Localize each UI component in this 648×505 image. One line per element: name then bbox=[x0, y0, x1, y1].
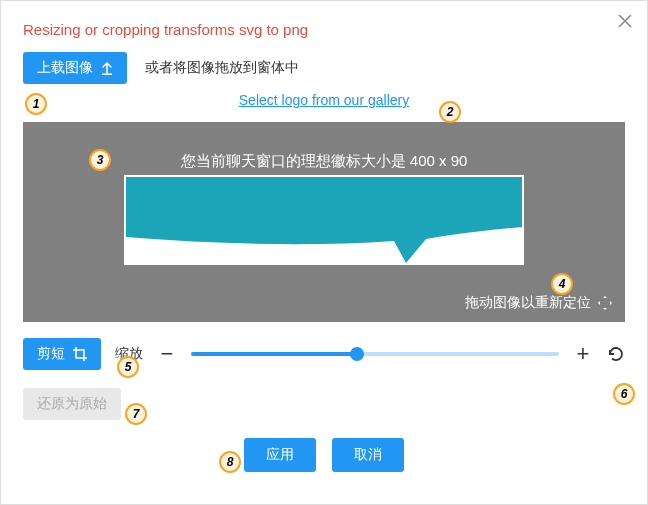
close-icon[interactable] bbox=[617, 11, 633, 34]
restore-original-button: 还原为原始 bbox=[23, 388, 121, 420]
zoom-in-button[interactable]: + bbox=[573, 341, 593, 367]
logo-crop-frame[interactable] bbox=[124, 175, 524, 265]
crop-button-label: 剪短 bbox=[37, 345, 65, 363]
ideal-size-text: 您当前聊天窗口的理想徽标大小是 400 x 90 bbox=[181, 152, 468, 171]
logo-preview-image bbox=[126, 177, 522, 263]
image-edit-dialog: Resizing or cropping transforms svg to p… bbox=[0, 0, 648, 505]
action-row: 应用 取消 bbox=[23, 438, 625, 472]
restore-row: 还原为原始 bbox=[23, 388, 625, 420]
upload-icon bbox=[101, 61, 113, 75]
crop-icon bbox=[73, 347, 87, 361]
crop-button[interactable]: 剪短 bbox=[23, 338, 101, 370]
upload-image-button[interactable]: 上载图像 bbox=[23, 52, 127, 84]
upload-button-label: 上载图像 bbox=[37, 59, 93, 77]
move-icon bbox=[597, 295, 613, 311]
zoom-slider-thumb[interactable] bbox=[350, 347, 364, 361]
controls-row: 剪短 缩放 − + bbox=[23, 338, 625, 370]
gallery-row: Select logo from our gallery bbox=[23, 92, 625, 108]
undo-icon[interactable] bbox=[607, 345, 625, 363]
gallery-link[interactable]: Select logo from our gallery bbox=[239, 92, 409, 108]
zoom-control: 缩放 − + bbox=[115, 341, 593, 367]
reposition-text: 拖动图像以重新定位 bbox=[465, 294, 591, 312]
drag-hint-text: 或者将图像拖放到窗体中 bbox=[145, 59, 299, 77]
reposition-hint: 拖动图像以重新定位 bbox=[465, 294, 613, 312]
zoom-out-button[interactable]: − bbox=[157, 341, 177, 367]
upload-row: 上载图像 或者将图像拖放到窗体中 bbox=[23, 52, 625, 84]
zoom-label: 缩放 bbox=[115, 345, 143, 363]
cancel-button[interactable]: 取消 bbox=[332, 438, 404, 472]
svg-png-warning: Resizing or cropping transforms svg to p… bbox=[23, 21, 625, 38]
zoom-slider[interactable] bbox=[191, 352, 559, 356]
image-preview-area[interactable]: 您当前聊天窗口的理想徽标大小是 400 x 90 拖动图像以重新定位 bbox=[23, 122, 625, 322]
apply-button[interactable]: 应用 bbox=[244, 438, 316, 472]
